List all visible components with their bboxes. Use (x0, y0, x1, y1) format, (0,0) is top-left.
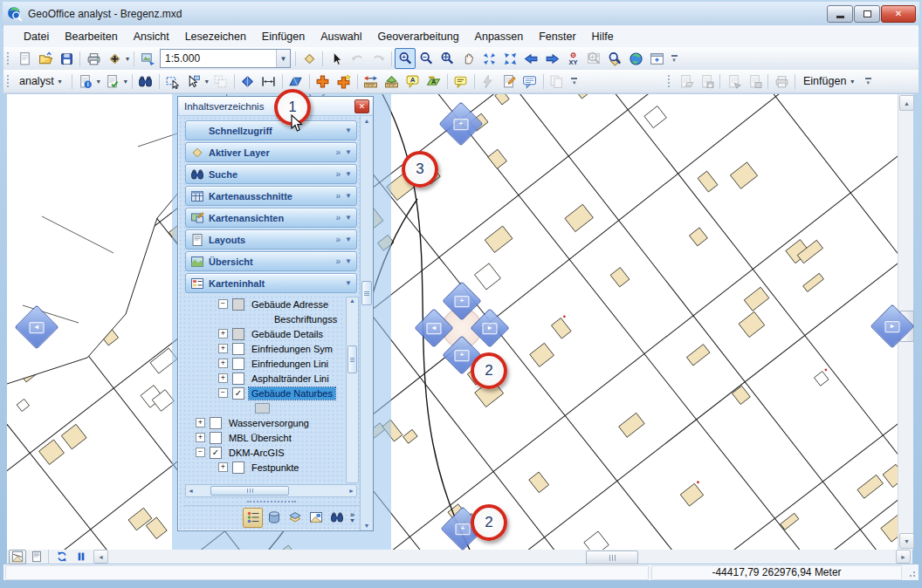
snap-cross-new-button[interactable] (334, 71, 354, 92)
toolbar-grip[interactable] (6, 51, 10, 65)
expand-toggle[interactable]: + (196, 433, 205, 442)
expand-toggle[interactable]: + (196, 418, 205, 427)
menu-lesezeichen[interactable]: Lesezeichen (177, 27, 254, 46)
magnifier-window-button[interactable]: + (583, 48, 604, 69)
layer-checkbox[interactable] (232, 328, 244, 340)
tree-scroll-thumb[interactable] (347, 345, 357, 373)
geooffice-tool-button[interactable] (299, 48, 320, 69)
panel-scroll-thumb[interactable] (361, 281, 372, 305)
restore-button[interactable] (854, 5, 880, 23)
menu-fenster[interactable]: Fenster (531, 27, 583, 46)
section-kartenansichten[interactable]: Kartenansichten»▼ (185, 208, 357, 228)
open-map-button[interactable] (35, 48, 56, 69)
go-to-xy-button[interactable]: XY (562, 48, 583, 69)
scroll-right-arrow[interactable]: ► (896, 550, 911, 564)
navigate-diamond-button[interactable] (237, 71, 258, 92)
layer-checkbox[interactable] (232, 343, 244, 355)
panel-vertical-scrollbar[interactable]: ▲ ▼ (360, 116, 373, 530)
menu-geoverarbeitung[interactable]: Geoverarbeitung (369, 27, 466, 46)
layer-checkbox[interactable] (232, 373, 244, 385)
expand-toggle[interactable]: + (218, 462, 228, 472)
pan-button[interactable] (458, 48, 478, 69)
expand-toggle[interactable]: − (218, 388, 228, 398)
layer-checkbox[interactable]: ✓ (232, 387, 244, 400)
section-layouts[interactable]: Layouts»▼ (185, 229, 357, 250)
text-note-button[interactable] (519, 71, 540, 92)
previous-extent-button[interactable] (520, 48, 541, 69)
expand-toggle[interactable]: + (218, 359, 228, 368)
layer-checkbox[interactable] (210, 417, 222, 429)
label-area-button[interactable]: A (423, 71, 444, 92)
pause-drawing-button[interactable] (72, 550, 90, 564)
vertical-scroll-thumb[interactable] (899, 311, 914, 342)
select-graphics-button[interactable] (183, 71, 204, 92)
zoom-to-scale-button[interactable] (137, 48, 158, 69)
scroll-up-arrow[interactable]: ▲ (899, 95, 914, 111)
insert-menu[interactable]: Einfügen▾ (798, 73, 861, 89)
fixed-zoom-out-button[interactable] (499, 48, 520, 69)
menu-einfgen[interactable]: Einfügen (254, 27, 313, 46)
section-schnellzugriff[interactable]: Schnellzugriff▼ (185, 120, 357, 140)
minimize-button[interactable] (827, 5, 853, 23)
search-view-button[interactable] (327, 508, 347, 528)
toc-close-button[interactable]: ✕ (354, 99, 369, 113)
zoom-in-button[interactable]: + (395, 48, 416, 69)
object-info-button[interactable]: i (75, 71, 96, 92)
new-map-button[interactable] (14, 48, 35, 69)
section-aktiver-layer[interactable]: Aktiver Layer»▼ (185, 142, 357, 162)
layer-checkbox[interactable] (232, 462, 244, 474)
close-button[interactable]: ✕ (881, 5, 916, 23)
window-titlebar[interactable]: GeoOffice analyst - Bregenz.mxd ✕ (3, 2, 919, 26)
scroll-right-arrow[interactable]: ► (348, 488, 354, 494)
toolbar-overflow-button[interactable]: ▾ (863, 72, 873, 90)
clear-selection-button[interactable] (210, 71, 231, 92)
globe-view-button[interactable] (625, 48, 646, 69)
selection-view-button[interactable] (306, 508, 326, 528)
tree-horizontal-scrollbar[interactable]: ◄ ► (185, 484, 357, 497)
comment-note-button[interactable] (451, 71, 471, 92)
data-sources-view-button[interactable] (264, 508, 284, 528)
tree-item[interactable]: +MBL Übersicht (183, 430, 346, 445)
tree-item[interactable]: +Asphaltränder Lini (183, 371, 346, 386)
fixed-zoom-in-button[interactable] (478, 48, 499, 69)
tree-item[interactable]: +Festpunkte (183, 460, 346, 475)
quick-task-button[interactable] (478, 71, 499, 92)
select-elements-button[interactable] (326, 48, 347, 69)
object-edit-button[interactable] (102, 71, 123, 92)
snap-cross-button[interactable] (313, 71, 334, 92)
layer-checkbox[interactable] (232, 358, 244, 370)
tree-item[interactable]: +Gebäude Details (183, 326, 346, 341)
search-button[interactable] (135, 71, 156, 92)
map-vertical-scrollbar[interactable]: ▲ ▼ (898, 94, 913, 550)
menu-datei[interactable]: Datei (16, 27, 57, 46)
continuous-zoom-button[interactable] (437, 48, 458, 69)
open-layout-button[interactable] (675, 71, 696, 92)
measure-area-button[interactable] (382, 71, 403, 92)
tree-item[interactable]: Beschriftungss (183, 311, 346, 326)
print-layout-button[interactable] (771, 71, 792, 92)
print-button[interactable] (83, 48, 104, 69)
save-layout-button[interactable] (696, 71, 717, 92)
map-scale-combo[interactable]: 1:5.000▼ (160, 49, 291, 68)
menu-anpassen[interactable]: Anpassen (467, 27, 532, 46)
save-map-button[interactable] (56, 48, 77, 69)
expand-toggle[interactable]: − (218, 299, 228, 309)
resize-grip[interactable] (905, 566, 917, 579)
toolbar-overflow-button[interactable]: ▾ (569, 72, 580, 90)
toolbar-overflow-button[interactable]: ▾ (669, 50, 679, 67)
zoom-out-button[interactable]: − (416, 48, 437, 69)
map-canvas[interactable] (7, 94, 898, 550)
copy-graphics-button[interactable] (547, 71, 568, 92)
menu-hilfe[interactable]: Hilfe (584, 27, 622, 46)
analyst-menu[interactable]: analyst▾ (14, 73, 69, 89)
measure-distance-button[interactable] (361, 71, 382, 92)
identify-button[interactable] (604, 48, 625, 69)
redo-button[interactable] (368, 48, 389, 69)
tree-item[interactable]: +Wasserversorgung (183, 415, 346, 430)
tree-item[interactable]: −✓Gebäude Naturbes (183, 386, 346, 400)
scroll-up-arrow[interactable]: ▲ (349, 297, 355, 304)
layer-order-view-button[interactable] (285, 508, 305, 528)
next-extent-button[interactable] (541, 48, 562, 69)
legend-view-button[interactable] (243, 508, 263, 528)
menu-bearbeiten[interactable]: Bearbeiten (57, 27, 125, 46)
